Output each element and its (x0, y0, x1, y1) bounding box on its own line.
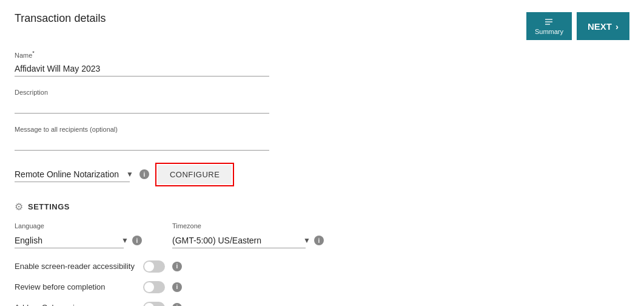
adhoc-toggle[interactable] (143, 302, 165, 306)
screen-reader-info-icon[interactable]: i (172, 262, 182, 271)
settings-title: SETTINGS (28, 202, 70, 211)
name-label: Name* (15, 50, 269, 59)
timezone-select-wrapper: (GMT-5:00) US/Eastern ▼ i (172, 233, 293, 248)
adhoc-toggle-row: Ad-hoc Cobrowsing i (15, 302, 269, 306)
review-toggle[interactable] (143, 281, 165, 293)
review-label: Review before completion (15, 282, 136, 291)
adhoc-info-icon[interactable]: i (172, 303, 182, 306)
header: Transaction details Summary NEXT › (15, 12, 629, 40)
next-label: NEXT (588, 21, 612, 32)
settings-language-timezone-row: Language English ▼ i Timezone (GMT-5:00)… (15, 222, 269, 248)
notarization-info-icon[interactable]: i (139, 169, 149, 179)
description-label: Description (15, 89, 269, 96)
timezone-info-icon[interactable]: i (314, 236, 324, 245)
configure-button[interactable]: CONFIGURE (158, 165, 232, 184)
settings-section: ⚙ SETTINGS Language English ▼ i Timez (15, 201, 269, 306)
notarization-select-wrapper: Remote Online Notarization ▼ (15, 167, 133, 182)
name-field-group: Name* (15, 50, 269, 76)
description-input[interactable] (15, 98, 269, 114)
message-field-group: Message to all recipients (optional) (15, 126, 269, 151)
adhoc-label: Ad-hoc Cobrowsing (15, 303, 136, 306)
timezone-label: Timezone (172, 222, 293, 229)
review-toggle-row: Review before completion i (15, 281, 269, 293)
gear-icon: ⚙ (15, 201, 23, 212)
timezone-select[interactable]: (GMT-5:00) US/Eastern (172, 233, 306, 248)
next-arrow-icon: › (615, 21, 619, 32)
language-select[interactable]: English (15, 233, 124, 248)
form-section: Name* Description Message to all recipie… (15, 50, 269, 306)
timezone-field: Timezone (GMT-5:00) US/Eastern ▼ i (172, 222, 293, 248)
summary-label: Summary (535, 28, 563, 35)
review-info-icon[interactable]: i (172, 282, 182, 292)
notarization-select[interactable]: Remote Online Notarization (15, 167, 130, 182)
screen-reader-toggle[interactable] (143, 260, 165, 273)
language-label: Language (15, 222, 136, 229)
configure-btn-wrapper: CONFIGURE (155, 163, 235, 186)
description-field-group: Description (15, 89, 269, 114)
next-button[interactable]: NEXT › (577, 12, 629, 40)
summary-icon (544, 17, 554, 27)
notarization-row: Remote Online Notarization ▼ i CONFIGURE (15, 163, 269, 186)
language-field: Language English ▼ i (15, 222, 136, 248)
name-input[interactable] (15, 61, 269, 76)
message-input[interactable] (15, 135, 269, 151)
screen-reader-slider (143, 260, 165, 273)
message-label: Message to all recipients (optional) (15, 126, 269, 133)
adhoc-slider (143, 302, 165, 306)
language-info-icon[interactable]: i (132, 236, 142, 245)
header-actions: Summary NEXT › (526, 12, 629, 40)
summary-button[interactable]: Summary (526, 12, 572, 40)
page-title: Transaction details (15, 12, 106, 25)
screen-reader-toggle-row: Enable screen-reader accessibility i (15, 260, 269, 273)
screen-reader-label: Enable screen-reader accessibility (15, 262, 136, 271)
settings-header: ⚙ SETTINGS (15, 201, 269, 212)
review-slider (143, 281, 165, 293)
language-select-wrapper: English ▼ i (15, 233, 136, 248)
